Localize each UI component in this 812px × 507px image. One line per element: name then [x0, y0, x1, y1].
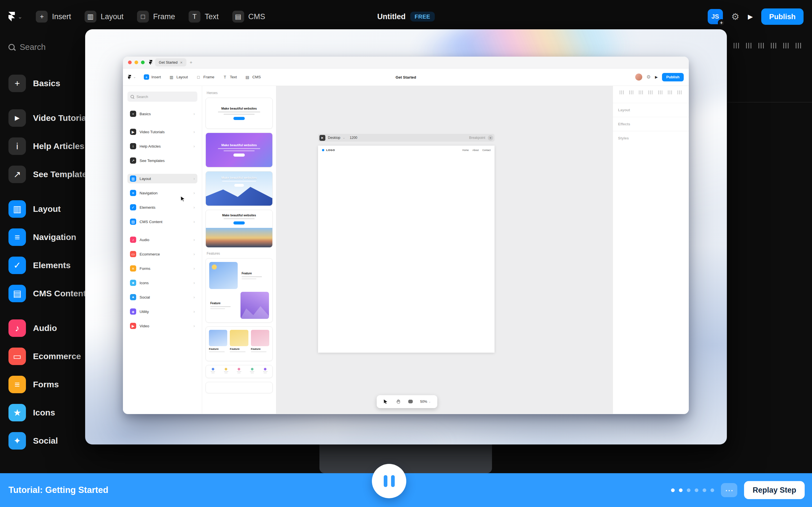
tab-title: Get Started [159, 60, 177, 64]
align-left-icon[interactable] [733, 43, 741, 48]
star-icon: ★ [130, 280, 136, 286]
text-line [238, 373, 241, 373]
zoom-value: 50% [420, 400, 427, 404]
align-right-icon[interactable] [758, 43, 765, 48]
card-image [241, 292, 269, 319]
text-button[interactable]: T Text [189, 11, 219, 22]
step-dot[interactable] [671, 489, 675, 492]
layout-button[interactable]: ▥ Layout [85, 11, 123, 22]
framer-logo-menu[interactable]: ⌄ [8, 12, 22, 21]
frame-button[interactable]: □ Frame [137, 11, 175, 22]
zoom-window-button [141, 61, 145, 64]
align-center-vertical-icon[interactable] [783, 43, 790, 48]
navigation-icon: ≡ [8, 228, 26, 246]
cta-button-shape [234, 221, 245, 224]
more-options-button[interactable]: ⋯ [721, 483, 737, 497]
gear-icon[interactable]: ⚙ [731, 11, 740, 22]
insert-item-utility: ◈ Utility › [128, 307, 197, 316]
insert-item-navigation: ≡ Navigation › [128, 188, 197, 198]
avatar [635, 73, 642, 80]
tutorial-mini-window: Get Started × + ⌄ + Insert ▥ [123, 57, 689, 414]
text-line [218, 112, 260, 112]
chevron-right-icon: › [193, 252, 195, 256]
feature-label: Feature [210, 302, 238, 305]
insert-item-icons: ★ Icons › [128, 278, 197, 288]
frame-icon: □ [137, 11, 149, 22]
align-bottom-icon[interactable] [796, 43, 802, 48]
layout-icon: ▥ [130, 175, 136, 182]
text-line [210, 306, 231, 307]
preview-play-icon[interactable]: ▶ [748, 13, 753, 20]
card-heading: Make beautiful websites [221, 176, 257, 179]
text-line [209, 351, 225, 352]
plus-square-icon: + [144, 74, 149, 80]
layout-icon: ▥ [85, 11, 96, 22]
card-image [251, 330, 269, 346]
framer-logo-icon [8, 12, 15, 21]
chevron-right-icon: › [193, 129, 195, 134]
align-center-horizontal-icon[interactable] [746, 43, 753, 48]
chevron-right-icon: › [193, 281, 195, 285]
step-dot[interactable] [711, 489, 714, 492]
tutorial-title: Tutorial: Getting Started [8, 485, 108, 495]
invite-plus-icon[interactable]: + [718, 19, 725, 26]
publish-button[interactable]: Publish [761, 8, 804, 25]
layout-icon: ▥ [169, 74, 174, 80]
cms-button[interactable]: ▤ CMS [232, 11, 265, 22]
tutorial-video[interactable]: Get Started × + ⌄ + Insert ▥ [85, 29, 727, 445]
chevron-down-icon: ⌄ [428, 400, 431, 403]
insert-button[interactable]: + Insert [36, 11, 71, 22]
sidebar-item-label: Navigation [33, 232, 76, 242]
plus-square-icon: + [36, 11, 48, 22]
site-logo-icon [322, 149, 324, 151]
canvas-toolbar: 50% ⌄ [377, 395, 437, 408]
insert-item-forms: ≡ Forms › [128, 264, 197, 273]
text-line [224, 373, 227, 373]
text-line [222, 181, 256, 182]
document-title[interactable]: Untitled [377, 12, 406, 21]
zoom-control: 50% ⌄ [420, 400, 431, 404]
play-icon: ▶ [8, 109, 26, 127]
plus-icon: + [130, 111, 136, 117]
chevron-right-icon: › [193, 176, 195, 181]
info-icon: i [8, 137, 26, 155]
cursor-tool-icon [383, 399, 388, 404]
framer-logo-icon [128, 75, 131, 79]
cms-label: CMS [252, 75, 261, 79]
search-field: Search [128, 92, 197, 102]
cms-icon: ▤ [130, 219, 136, 225]
align-right-icon [639, 91, 644, 94]
hero-template-card: Make beautiful websites [206, 133, 273, 167]
align-center-vertical-icon [658, 91, 663, 94]
chevron-right-icon: › [193, 191, 195, 195]
text-line [210, 308, 225, 309]
step-dot[interactable] [679, 489, 682, 492]
pause-button[interactable] [372, 464, 406, 498]
card-heading: Make beautiful websites [222, 214, 256, 217]
sidebar-item-label: See Templates [33, 170, 92, 179]
step-dot[interactable] [687, 489, 691, 492]
feature-template-card [206, 365, 273, 378]
site-frame: LOGO Home About Contact [318, 146, 495, 353]
insert-item-elements: ✓ Elements › [128, 203, 197, 212]
publish-button: Publish [662, 73, 684, 81]
gear-icon: ⚙ [647, 74, 651, 80]
align-top-icon[interactable] [771, 43, 777, 48]
play-icon: ▶ [130, 129, 136, 135]
plus-icon: + [8, 75, 26, 92]
forms-icon: ≡ [8, 376, 26, 393]
insert-item-see-templates: ↗ See Templates [128, 156, 197, 165]
site-logo-text: LOGO [326, 149, 335, 152]
chevron-right-icon: › [193, 295, 195, 299]
chevron-right-icon: › [193, 309, 195, 314]
avatar[interactable]: JS + [708, 9, 723, 24]
frame-icon: □ [196, 74, 201, 80]
mini-insert-panel: Search + Basics › ▶ Video Tutorials › [123, 86, 202, 414]
elements-icon: ✓ [8, 257, 26, 274]
search-input[interactable] [20, 43, 87, 52]
step-dot[interactable] [695, 489, 698, 492]
audio-icon: ♪ [8, 320, 26, 337]
insert-item-basics: + Basics › [128, 109, 197, 119]
replay-step-button[interactable]: Replay Step [744, 481, 805, 499]
step-dot[interactable] [703, 489, 706, 492]
